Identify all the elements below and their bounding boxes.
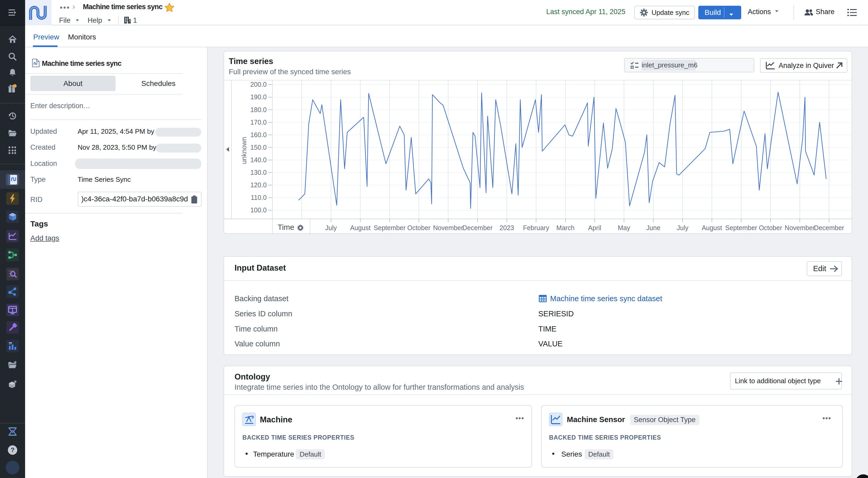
svg-text:170.0: 170.0 [250,118,267,126]
svg-text:August: August [350,224,370,231]
svg-text:140.0: 140.0 [250,156,267,164]
svg-text:November: November [784,224,815,231]
svg-text:120.0: 120.0 [250,181,267,189]
svg-text:July: July [677,224,689,231]
svg-text:130.0: 130.0 [250,169,267,176]
svg-text:190.0: 190.0 [250,93,267,101]
svg-text:?: ? [11,446,14,453]
svg-text:February: February [523,224,549,231]
svg-text:November: November [433,224,463,231]
svg-text:160.0: 160.0 [250,131,267,138]
svg-text:May: May [618,224,630,231]
svg-text:October: October [759,224,782,231]
svg-text:April: April [588,224,601,231]
svg-text:October: October [407,224,431,231]
svg-text:150.0: 150.0 [250,144,267,151]
svg-text:200.0: 200.0 [250,81,267,88]
svg-text:August: August [702,224,722,231]
svg-text:December: December [463,224,493,231]
svg-text:180.0: 180.0 [250,106,267,113]
svg-text:110.0: 110.0 [251,194,267,201]
svg-text:June: June [646,224,660,231]
svg-text:March: March [556,224,575,231]
svg-text:2023: 2023 [500,224,514,231]
svg-text:July: July [325,224,337,231]
svg-text:September: September [374,224,405,231]
svg-text:100.0: 100.0 [250,206,267,214]
svg-text:September: September [725,224,757,231]
svg-text:December: December [814,224,844,231]
